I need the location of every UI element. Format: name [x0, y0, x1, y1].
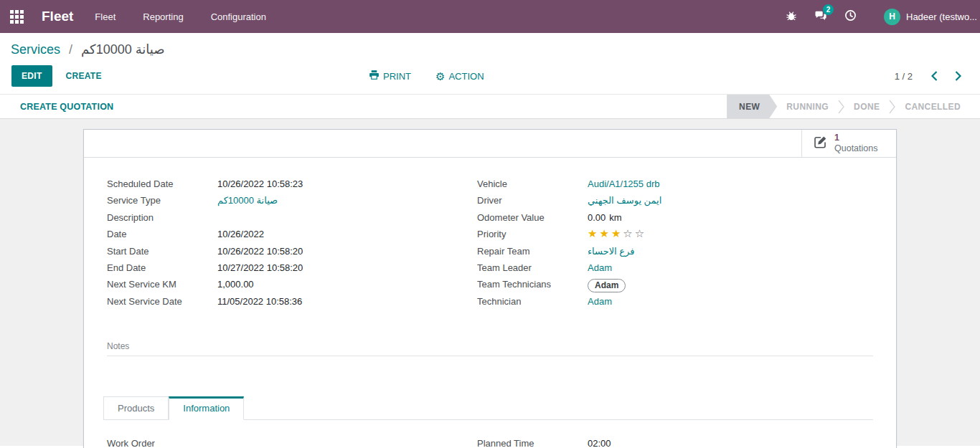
- debug-bug-button[interactable]: [786, 10, 797, 24]
- messages-button[interactable]: 2: [814, 10, 827, 24]
- field-value: 10/26/2022 10:58:23: [217, 178, 303, 189]
- form-view-background: 1 Quotations Scheduled Date10/26/2022 10…: [0, 119, 980, 446]
- priority-stars: ★★★☆☆: [588, 228, 646, 239]
- field-grid: Scheduled Date10/26/2022 10:58:23Service…: [84, 158, 896, 312]
- action-button[interactable]: ⚙ ACTION: [435, 71, 484, 82]
- field-row: Odometer Value0.00km: [477, 211, 873, 228]
- statusbar-stages: NEWRUNNINGDONECANCELLED: [727, 95, 980, 118]
- print-button[interactable]: PRINT: [369, 70, 411, 82]
- field-label: Odometer Value: [477, 211, 588, 223]
- edit-button[interactable]: EDIT: [11, 65, 52, 87]
- field-row: VehicleAudi/A1/1255 drb: [477, 178, 873, 194]
- messages-count-badge: 2: [823, 4, 834, 15]
- field-label: Repair Team: [477, 245, 588, 257]
- action-label: ACTION: [448, 71, 484, 82]
- field-value: 0.00km: [588, 211, 622, 223]
- fields-left: Scheduled Date10/26/2022 10:58:23Service…: [107, 178, 477, 312]
- field-label: Next Service KM: [107, 278, 217, 290]
- field-row: Priority★★★☆☆: [477, 228, 873, 244]
- pager-arrows: [931, 71, 961, 81]
- apps-grid-icon: [10, 10, 24, 24]
- breadcrumb-services-link[interactable]: Services: [11, 42, 60, 57]
- chevron-right-icon: [838, 95, 844, 118]
- quotations-stat-text: 1 Quotations: [834, 133, 877, 154]
- tab-col-left: Work Order: [107, 437, 477, 448]
- field-row: Description: [107, 211, 477, 228]
- stage-running[interactable]: RUNNING: [777, 95, 838, 118]
- quotations-label: Quotations: [834, 143, 877, 154]
- stage-cancelled[interactable]: CANCELLED: [895, 95, 970, 118]
- create-quotation-button[interactable]: CREATE QUOTATION: [20, 102, 113, 112]
- nav-menu-reporting[interactable]: Reporting: [143, 11, 183, 22]
- pager-previous-button[interactable]: [931, 71, 938, 81]
- breadcrumb: Services / صيانة 10000كم: [0, 33, 980, 62]
- field-link[interactable]: فرع الاحساء: [588, 246, 635, 257]
- field-row: Team TechniciansAdam: [477, 278, 873, 295]
- button-box: 1 Quotations: [84, 130, 896, 158]
- tab-information[interactable]: Information: [169, 396, 244, 420]
- clock-icon: [844, 9, 857, 24]
- activities-button[interactable]: [844, 9, 857, 24]
- user-menu[interactable]: H Hadeer (testwo...: [884, 9, 977, 25]
- create-button[interactable]: CREATE: [66, 71, 102, 81]
- fields-right: VehicleAudi/A1/1255 drbDriverايمن يوسف ا…: [477, 178, 873, 312]
- gear-icon: ⚙: [435, 71, 445, 82]
- field-label: Team Technicians: [477, 278, 588, 290]
- star-filled-icon[interactable]: ★: [588, 227, 599, 239]
- field-text: 10/27/2022 10:58:20: [217, 262, 303, 273]
- pager: 1 / 2: [895, 71, 961, 82]
- stage-new[interactable]: NEW: [727, 95, 777, 118]
- apps-menu-button[interactable]: [0, 0, 33, 33]
- breadcrumb-current: صيانة 10000كم: [81, 42, 165, 57]
- star-empty-icon[interactable]: ☆: [635, 227, 646, 239]
- field-link[interactable]: Adam: [588, 262, 612, 273]
- field-text: 10/26/2022 10:58:20: [217, 246, 303, 257]
- form-sheet: 1 Quotations Scheduled Date10/26/2022 10…: [83, 129, 897, 448]
- field-row: Scheduled Date10/26/2022 10:58:23: [107, 178, 477, 194]
- field-label: Scheduled Date: [107, 178, 217, 189]
- field-link[interactable]: ايمن يوسف الجهني: [588, 195, 661, 206]
- field-row: Service Typeصيانة 10000كم: [107, 194, 477, 211]
- notes-label: Notes: [107, 341, 129, 351]
- tab-products[interactable]: Products: [103, 396, 169, 420]
- star-filled-icon[interactable]: ★: [611, 227, 623, 239]
- field-value: 1,000.00: [217, 278, 254, 290]
- field-row: Next Service KM1,000.00: [107, 278, 477, 295]
- field-row: Work Order: [107, 437, 477, 448]
- field-value: Adam: [588, 278, 626, 292]
- field-label: Start Date: [107, 245, 217, 257]
- top-navbar: Fleet FleetReportingConfiguration 2: [0, 0, 980, 33]
- navbar-systray: 2 H Hadeer (testwo...: [786, 9, 980, 25]
- stage-done[interactable]: DONE: [844, 95, 889, 118]
- field-row: Date10/26/2022: [107, 228, 477, 244]
- field-row: Planned Time 02:00: [477, 437, 873, 448]
- control-panel: EDIT CREATE PRINT ⚙ ACTION 1 / 2: [0, 62, 980, 94]
- nav-menu-configuration[interactable]: Configuration: [211, 11, 266, 22]
- app-brand[interactable]: Fleet: [42, 9, 73, 24]
- field-value: Adam: [588, 262, 612, 273]
- nav-menu-fleet[interactable]: Fleet: [95, 11, 116, 22]
- field-label: Vehicle: [477, 178, 588, 189]
- printer-icon: [369, 70, 380, 82]
- field-label: Team Leader: [477, 262, 588, 273]
- field-link[interactable]: Audi/A1/1255 drb: [588, 178, 659, 189]
- breadcrumb-separator: /: [69, 42, 72, 57]
- pencil-square-icon: [813, 135, 828, 152]
- notebook-tabs: ProductsInformation: [103, 396, 873, 420]
- field-value: ايمن يوسف الجهني: [588, 194, 661, 206]
- field-row: Repair Teamفرع الاحساء: [477, 245, 873, 262]
- field-value: 10/27/2022 10:58:20: [217, 262, 303, 273]
- field-link[interactable]: Adam: [588, 296, 612, 307]
- user-avatar: H: [884, 9, 900, 25]
- field-text: 10/26/2022 10:58:23: [217, 178, 303, 189]
- planned-time-label: Planned Time: [477, 437, 588, 448]
- star-filled-icon[interactable]: ★: [599, 227, 611, 239]
- field-link[interactable]: صيانة 10000كم: [217, 195, 278, 206]
- pager-next-button[interactable]: [955, 71, 961, 81]
- quotations-stat-button[interactable]: 1 Quotations: [801, 130, 896, 157]
- pager-value: 1 / 2: [895, 71, 913, 82]
- field-value: فرع الاحساء: [588, 245, 635, 257]
- field-label: Driver: [477, 194, 588, 206]
- star-empty-icon[interactable]: ☆: [623, 227, 634, 239]
- field-value: Audi/A1/1255 drb: [588, 178, 659, 189]
